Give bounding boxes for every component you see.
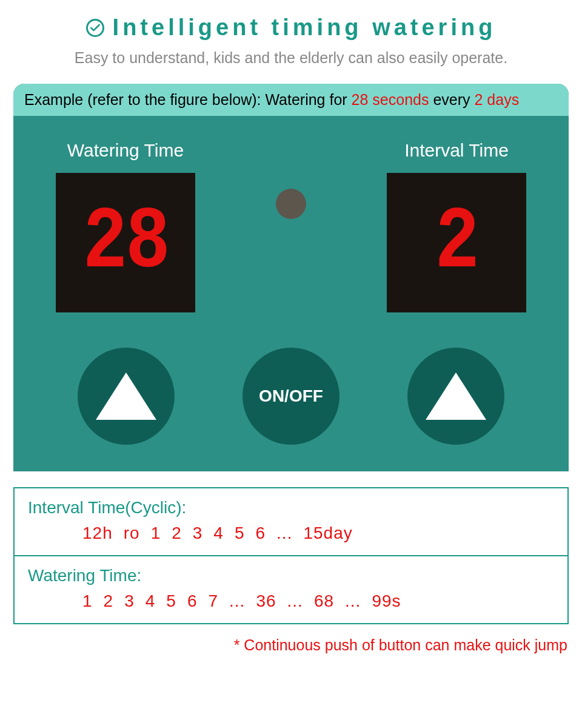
watering-up-button[interactable]	[78, 348, 175, 445]
indicator-led-icon	[276, 189, 306, 219]
interval-label: Interval Time	[387, 140, 526, 161]
interval-up-button[interactable]	[407, 348, 504, 445]
page-subtitle: Easy to understand, kids and the elderly…	[0, 49, 582, 67]
triangle-up-icon	[96, 372, 156, 420]
watering-info-values: 1234567...36...68...99s	[28, 592, 554, 611]
onoff-button[interactable]: ON/OFF	[242, 348, 340, 445]
check-circle-icon	[86, 19, 104, 37]
interval-info-label: Interval Time(Cyclic):	[28, 498, 554, 517]
onoff-label: ON/OFF	[259, 386, 323, 406]
triangle-up-icon	[426, 372, 486, 420]
watering-info-label: Watering Time:	[28, 566, 554, 585]
interval-lcd: 2	[387, 173, 526, 312]
example-mid: every	[429, 91, 474, 108]
watering-label: Watering Time	[56, 140, 195, 161]
example-duration: 28 seconds	[352, 91, 429, 108]
watering-info-row: Watering Time: 1234567...36...68...99s	[15, 555, 567, 623]
watering-display: Watering Time 28	[56, 140, 195, 312]
interval-value: 2	[435, 193, 478, 293]
example-interval: 2 days	[474, 91, 519, 108]
footnote: * Continuous push of button can make qui…	[15, 636, 567, 654]
header: Intelligent timing watering Easy to unde…	[0, 0, 582, 73]
example-prefix: Example (refer to the figure below): Wat…	[24, 91, 352, 108]
interval-info-row: Interval Time(Cyclic): 12hro123456...15d…	[15, 488, 567, 555]
page-title: Intelligent timing watering	[113, 15, 497, 41]
info-box: Interval Time(Cyclic): 12hro123456...15d…	[13, 487, 569, 624]
example-bar: Example (refer to the figure below): Wat…	[13, 84, 569, 116]
buttons-row: ON/OFF	[13, 329, 569, 471]
device-panel: Example (refer to the figure below): Wat…	[13, 84, 569, 471]
interval-info-values: 12hro123456...15day	[28, 524, 554, 543]
interval-display: Interval Time 2	[387, 140, 526, 312]
watering-value: 28	[82, 193, 168, 293]
header-row: Intelligent timing watering	[0, 15, 582, 41]
displays-row: Watering Time 28 Interval Time 2	[13, 116, 569, 329]
watering-lcd: 28	[56, 173, 195, 312]
